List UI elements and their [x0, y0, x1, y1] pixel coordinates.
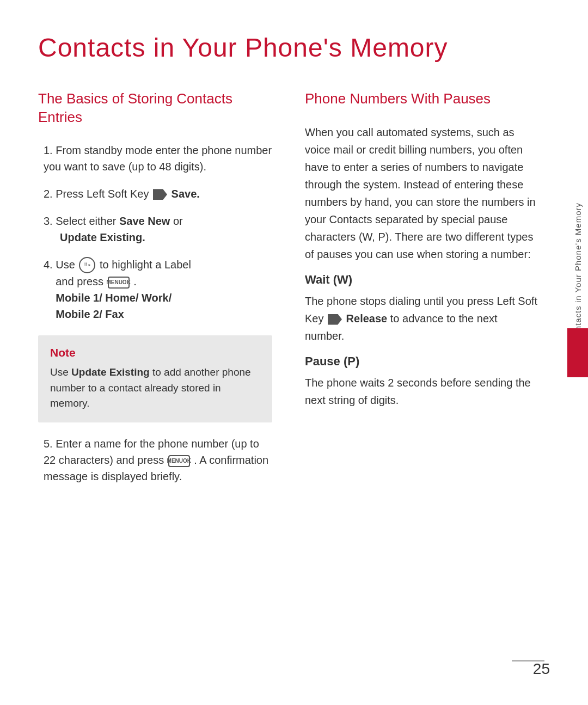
- content-area: The Basics of Storing Contacts Entries 1…: [38, 90, 550, 495]
- step-2-number: 2.: [44, 188, 56, 200]
- note-bold: Update Existing: [71, 366, 150, 378]
- right-column: Phone Numbers With Pauses When you call …: [305, 90, 539, 495]
- softkey-icon: [153, 189, 167, 200]
- step-2: 2. Press Left Soft Key Save.: [38, 186, 272, 202]
- right-section-heading: Phone Numbers With Pauses: [305, 90, 539, 108]
- pause-heading: Pause (P): [305, 354, 539, 369]
- note-box: Note Use Update Existing to add another …: [38, 335, 272, 422]
- page-container: Contacts in Your Phone's Memory The Basi…: [0, 0, 588, 705]
- note-text: Use Update Existing to add another phone…: [50, 365, 260, 412]
- left-section-heading: The Basics of Storing Contacts Entries: [38, 90, 272, 127]
- step-5: 5. Enter a name for the phone number (up…: [38, 436, 272, 485]
- step-2-text-before: Press Left Soft Key: [56, 188, 152, 200]
- step-3: 3. Select either Save New or Update Exis…: [38, 213, 272, 246]
- page-number: 25: [533, 660, 550, 678]
- softkey-icon-2: [328, 314, 342, 325]
- divider-line: [512, 660, 544, 661]
- nav-icon: ‣: [79, 257, 95, 273]
- step-1-text: From standby mode enter the phone number…: [44, 144, 272, 173]
- left-column: The Basics of Storing Contacts Entries 1…: [38, 90, 272, 495]
- step-2-bold: Save.: [171, 188, 200, 200]
- ok-icon-2: MENUOK: [168, 455, 190, 467]
- page-title: Contacts in Your Phone's Memory: [38, 33, 550, 63]
- step-4: 4. Use ‣ to highlight a Label and press …: [38, 256, 272, 323]
- step-3-bold1: Save New: [119, 215, 170, 227]
- side-tab-marker: [567, 328, 588, 377]
- wait-bold: Release: [346, 312, 388, 324]
- step-3-number: 3. Select either: [44, 215, 119, 227]
- ok-icon: MENUOK: [108, 277, 130, 289]
- note-text-before: Use: [50, 366, 71, 378]
- wait-heading: Wait (W): [305, 273, 539, 287]
- step-4-intro: 4. Use: [44, 259, 78, 271]
- note-title: Note: [50, 346, 260, 359]
- right-intro: When you call automated systems, such as…: [305, 124, 539, 263]
- step-1-number: 1.: [44, 144, 56, 156]
- side-tab-text: Contacts in Your Phone's Memory: [573, 203, 583, 342]
- step-1: 1. From standby mode enter the phone num…: [38, 142, 272, 175]
- wait-text: The phone stops dialing until you press …: [305, 292, 539, 345]
- pause-text: The phone waits 2 seconds before sending…: [305, 374, 539, 409]
- step-3-bold2: Update Existing.: [60, 231, 145, 243]
